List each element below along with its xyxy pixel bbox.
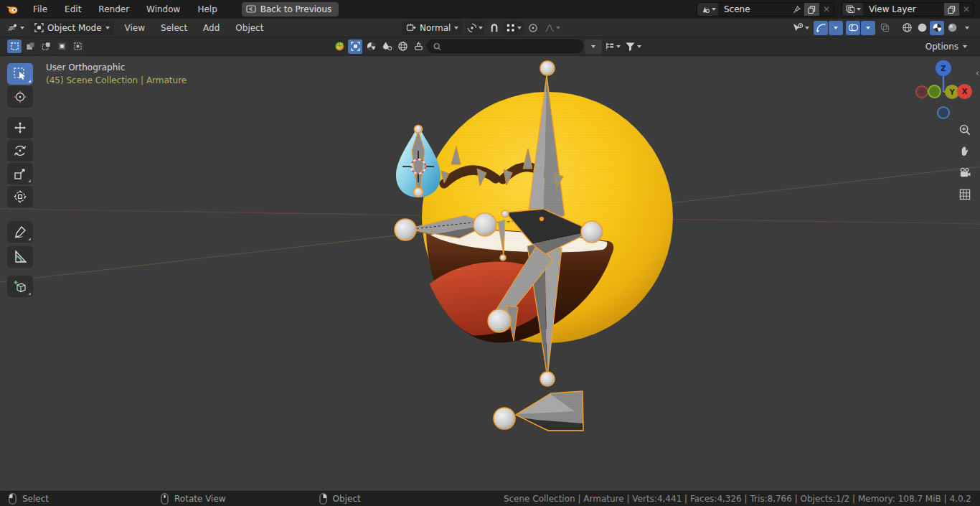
scene-browse-button[interactable] bbox=[697, 3, 718, 16]
menu-view[interactable]: View bbox=[117, 23, 153, 33]
axis-x-positive[interactable]: X bbox=[957, 84, 972, 99]
visibility-dropdown[interactable] bbox=[791, 21, 811, 35]
zoom-button[interactable] bbox=[957, 122, 973, 138]
tool-select-box[interactable] bbox=[7, 63, 33, 85]
blender-logo-icon[interactable] bbox=[0, 4, 24, 14]
snap-target-dropdown[interactable] bbox=[504, 21, 523, 35]
view-layer-browse-button[interactable] bbox=[842, 3, 863, 16]
hint-object: Object bbox=[319, 493, 361, 505]
select-mode-invert[interactable] bbox=[55, 39, 69, 53]
toggle-ortho-button[interactable] bbox=[957, 187, 973, 202]
chevron-down-icon bbox=[857, 8, 861, 11]
unlink-x-icon[interactable]: ✕ bbox=[819, 3, 834, 16]
new-copy-button[interactable] bbox=[804, 3, 819, 16]
scene-name[interactable]: Scene bbox=[718, 4, 789, 14]
view-layer-name[interactable]: View Layer bbox=[863, 4, 944, 14]
editor-type-button[interactable] bbox=[6, 21, 26, 35]
camera-view-button[interactable] bbox=[957, 165, 973, 181]
orientation-icon bbox=[406, 24, 416, 32]
falloff-dropdown[interactable] bbox=[543, 21, 562, 35]
proportional-editing-toggle[interactable] bbox=[526, 21, 540, 35]
filter-dropdown[interactable] bbox=[623, 39, 643, 54]
scene-selector: Scene ✕ bbox=[697, 2, 834, 17]
select-mode-set[interactable] bbox=[7, 39, 22, 53]
brush-filter-icon[interactable] bbox=[411, 39, 425, 54]
menu-edit[interactable]: Edit bbox=[56, 0, 90, 19]
menu-add[interactable]: Add bbox=[195, 23, 227, 33]
xray-toggle[interactable] bbox=[878, 21, 892, 35]
remove-x-icon[interactable]: ✕ bbox=[959, 3, 974, 16]
fluid-filter-icon[interactable] bbox=[380, 39, 394, 54]
snap-toggle[interactable] bbox=[487, 21, 501, 35]
tool-measure[interactable] bbox=[7, 246, 33, 268]
rendered-icon bbox=[947, 22, 958, 33]
navigation-gizmo[interactable]: Z Y X bbox=[913, 60, 976, 125]
chevron-down-icon bbox=[105, 27, 110, 29]
funnel-icon bbox=[625, 42, 636, 52]
search-icon bbox=[433, 42, 441, 51]
tool-transform[interactable] bbox=[7, 186, 33, 207]
pin-icon[interactable] bbox=[789, 3, 804, 16]
select-mode-subtract[interactable] bbox=[39, 39, 53, 53]
new-copy-button[interactable] bbox=[944, 3, 959, 16]
tool-add-cube[interactable] bbox=[7, 276, 33, 297]
viewport-editor-icon bbox=[7, 23, 19, 33]
show-gizmo-toggle[interactable] bbox=[814, 21, 828, 35]
add-cube-icon bbox=[13, 279, 27, 294]
mesh-data-filter-icon[interactable] bbox=[332, 39, 347, 54]
menu-object[interactable]: Object bbox=[227, 23, 271, 33]
view-layer-icon bbox=[846, 5, 855, 14]
search-field[interactable] bbox=[427, 39, 583, 53]
overlays-dropdown[interactable] bbox=[861, 21, 875, 35]
scene-3d[interactable] bbox=[0, 56, 980, 491]
paddle-bone[interactable] bbox=[516, 391, 583, 431]
pivot-point-dropdown[interactable] bbox=[466, 21, 484, 35]
sidebar-toggle-arrow[interactable]: ‹ bbox=[976, 67, 979, 78]
mouse-right-icon bbox=[319, 493, 327, 505]
wireframe-icon bbox=[902, 22, 913, 33]
camera-icon bbox=[958, 167, 971, 179]
search-input[interactable] bbox=[446, 42, 577, 52]
transform-orientation-dropdown[interactable]: Normal bbox=[402, 21, 463, 35]
gizmo-dropdown[interactable] bbox=[829, 21, 843, 35]
annotate-pen-icon bbox=[13, 225, 27, 239]
transform-icon bbox=[13, 189, 27, 204]
options-dropdown[interactable]: Options bbox=[920, 39, 973, 54]
material-preview-icon bbox=[932, 22, 943, 33]
select-mode-group bbox=[0, 39, 85, 53]
shading-material-button[interactable] bbox=[930, 21, 944, 35]
shading-solid-button[interactable] bbox=[915, 21, 929, 35]
menu-file[interactable]: File bbox=[24, 0, 56, 19]
shading-filter-icon[interactable] bbox=[364, 39, 378, 54]
select-mode-intersect[interactable] bbox=[70, 39, 85, 53]
select-mode-extend[interactable] bbox=[23, 39, 37, 53]
menu-render[interactable]: Render bbox=[90, 0, 138, 19]
back-to-previous-button[interactable]: Back to Previous bbox=[242, 2, 339, 17]
tool-rotate[interactable] bbox=[7, 140, 33, 161]
axis-z-negative[interactable] bbox=[937, 106, 950, 119]
shading-dropdown[interactable] bbox=[960, 21, 974, 35]
scene-stats: Scene Collection | Armature | Verts:4,44… bbox=[504, 494, 980, 504]
view-layer-selector: View Layer ✕ bbox=[842, 2, 974, 17]
tool-scale[interactable] bbox=[7, 163, 33, 184]
viewport-canvas[interactable]: User Orthographic (45) Scene Collection … bbox=[0, 56, 980, 491]
axis-z-positive[interactable]: Z bbox=[936, 60, 951, 76]
tree-display-dropdown[interactable] bbox=[603, 39, 622, 54]
chevron-down-icon bbox=[454, 27, 458, 29]
tool-cursor[interactable] bbox=[7, 86, 33, 108]
axis-y-positive-ball[interactable] bbox=[928, 85, 941, 98]
shading-rendered-button[interactable] bbox=[945, 21, 959, 35]
pan-button[interactable] bbox=[957, 144, 973, 159]
tool-annotate[interactable] bbox=[7, 221, 33, 243]
mode-dropdown[interactable]: Object Mode bbox=[30, 21, 114, 35]
shading-wireframe-button[interactable] bbox=[900, 21, 914, 35]
world-filter-icon[interactable] bbox=[395, 39, 410, 54]
axis-x-negative[interactable] bbox=[915, 85, 928, 98]
collapse-panel-button[interactable] bbox=[585, 39, 602, 54]
menu-help[interactable]: Help bbox=[189, 0, 225, 19]
show-overlays-toggle[interactable] bbox=[846, 21, 860, 35]
object-filter-icon[interactable] bbox=[348, 39, 362, 54]
menu-window[interactable]: Window bbox=[138, 0, 189, 19]
menu-select[interactable]: Select bbox=[153, 23, 195, 33]
tool-move[interactable] bbox=[7, 117, 33, 139]
